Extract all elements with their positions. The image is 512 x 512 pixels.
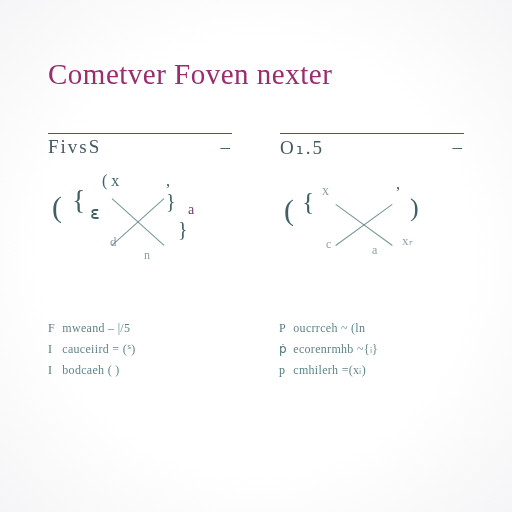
notes-grid: F mweand – |/5 P oucrrceh ~ (ln I caucei… xyxy=(48,321,464,378)
note-item: P oucrrceh ~ (ln xyxy=(279,321,464,336)
note-item: ṗ ecorenrmhb ~{ᵢ} xyxy=(279,342,464,357)
note-item: I bodcaeh ( ) xyxy=(48,363,233,378)
left-heading: FivsS xyxy=(48,133,232,158)
right-diagram: ( { x , ) c a xᵣ xyxy=(280,173,464,283)
left-diagram: ( { ɛ ( x d , } a } n xyxy=(48,172,232,282)
symbol-epsilon: ɛ xyxy=(90,202,100,224)
cross-diagram-icon xyxy=(110,194,166,250)
symbol-x: x xyxy=(322,183,329,199)
note-item: p cmhilerh =(xᵢ) xyxy=(279,363,464,378)
symbol-comma: , xyxy=(166,172,170,190)
lbrace-icon: { xyxy=(302,187,314,217)
symbol-c: c xyxy=(326,237,331,252)
rbrace2-icon: } xyxy=(178,218,188,241)
symbol-d: d xyxy=(110,234,117,250)
symbol-a: a xyxy=(188,202,194,218)
diagram-row: FivsS ( { ɛ ( x d , } a } n O₁.5 ( { x xyxy=(48,133,464,283)
rparen-icon: ) xyxy=(410,193,419,223)
note-item: I cauceiird = (ˢ) xyxy=(48,342,233,357)
lbrace-icon: { xyxy=(72,184,85,216)
symbol-xr: xᵣ xyxy=(402,233,412,249)
rbrace-icon: } xyxy=(166,190,176,213)
right-column: O₁.5 ( { x , ) c a xᵣ xyxy=(280,133,464,283)
note-item: F mweand – |/5 xyxy=(48,321,233,336)
symbol-n: n xyxy=(144,248,150,263)
symbol-comma: , xyxy=(396,175,400,193)
symbol-top: ( x xyxy=(102,172,119,190)
lparen-icon: ( xyxy=(52,190,62,224)
page-title: Cometver Foven nexter xyxy=(48,58,464,91)
right-heading: O₁.5 xyxy=(280,133,464,159)
left-column: FivsS ( { ɛ ( x d , } a } n xyxy=(48,133,232,283)
cross-diagram-icon xyxy=(336,197,392,253)
lparen-icon: ( xyxy=(284,193,294,227)
symbol-a: a xyxy=(372,243,377,258)
